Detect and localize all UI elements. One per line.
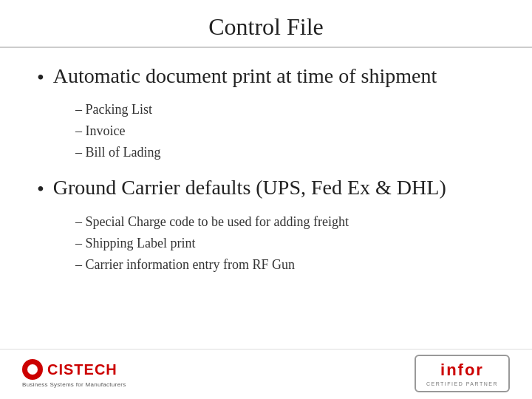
cistech-name: CISTECH (47, 361, 117, 378)
bullet-2-sub-1: – Special Charge code to be used for add… (75, 212, 495, 232)
slide-content: • Automatic document print at time of sh… (0, 55, 532, 349)
slide-footer: CISTECH Business Systems for Manufacture… (0, 349, 532, 399)
bullet-1-subitems: – Packing List – Invoice – Bill of Ladin… (75, 100, 495, 163)
bullet-2-sub-2: – Shipping Label print (75, 233, 495, 253)
slide: Control File • Automatic document print … (0, 0, 532, 399)
bullet-1-sub-2: – Invoice (75, 121, 495, 141)
slide-header: Control File (0, 0, 532, 48)
infor-logo: infor Certified Partner (415, 355, 510, 392)
cistech-logo-top: CISTECH (22, 359, 117, 380)
bullet-1-text: Automatic document print at time of ship… (53, 63, 437, 89)
slide-title: Control File (208, 13, 324, 40)
bullet-dot-1: • (37, 64, 44, 91)
bullet-2-sub-3: – Carrier information entry from RF Gun (75, 255, 495, 275)
bullet-2-subitems: – Special Charge code to be used for add… (75, 212, 495, 275)
bullet-1: • Automatic document print at time of sh… (37, 63, 495, 91)
bullet-dot-2: • (37, 176, 44, 202)
cistech-icon (22, 359, 43, 380)
cistech-tagline: Business Systems for Manufacturers (22, 381, 126, 388)
cistech-icon-inner (27, 364, 38, 375)
bullet-1-sub-1: – Packing List (75, 100, 495, 120)
bullet-2-text: Ground Carrier defaults (UPS, Fed Ex & D… (53, 174, 446, 201)
bullet-2: • Ground Carrier defaults (UPS, Fed Ex &… (37, 174, 495, 202)
infor-name: infor (440, 361, 484, 380)
cistech-logo: CISTECH Business Systems for Manufacture… (22, 359, 126, 388)
infor-tagline: Certified Partner (426, 381, 498, 386)
bullet-1-sub-3: – Bill of Lading (75, 143, 495, 163)
